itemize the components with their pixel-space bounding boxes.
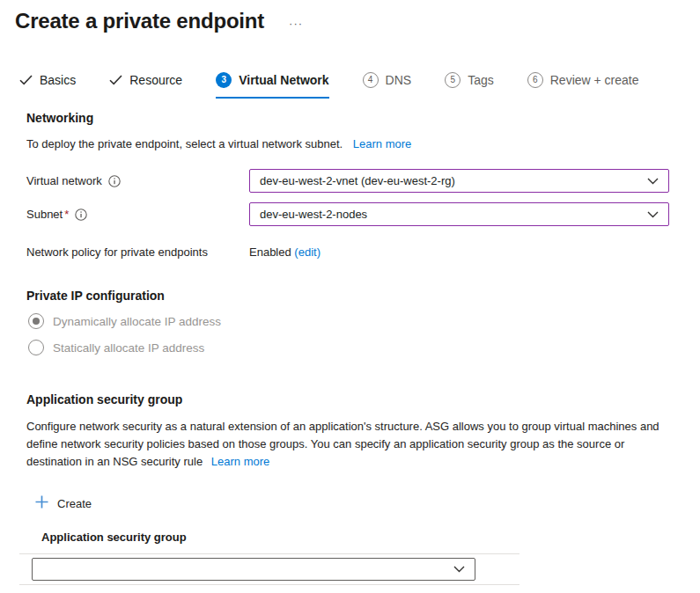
- tab-label: Tags: [468, 73, 494, 87]
- subnet-dropdown[interactable]: dev-eu-west-2-nodes: [249, 202, 669, 226]
- policy-edit-link[interactable]: (edit): [294, 245, 321, 259]
- radio-dot: [33, 318, 40, 325]
- required-asterisk: *: [64, 208, 69, 221]
- networking-description-text: To deploy the private endpoint, select a…: [26, 137, 343, 150]
- asg-column-header: Application security group: [41, 531, 519, 553]
- private-ip-heading: Private IP configuration: [26, 289, 700, 303]
- page-header: Create a private endpoint ···: [0, 0, 700, 33]
- radio-label: Dynamically allocate IP address: [53, 315, 221, 328]
- asg-description-text: Configure network security as a natural …: [26, 420, 659, 468]
- tab-label: Resource: [129, 73, 182, 87]
- radio-option-static[interactable]: Statically allocate IP address: [28, 340, 700, 355]
- tab-resource[interactable]: Resource: [109, 73, 182, 98]
- virtual-network-row: Virtual network dev-eu-west-2-vnet (dev-…: [26, 169, 700, 193]
- network-policy-row: Network policy for private endpoints Ena…: [26, 245, 700, 259]
- network-policy-value: Enabled (edit): [249, 245, 321, 259]
- tab-review-create[interactable]: 6 Review + create: [527, 72, 639, 99]
- more-options-icon[interactable]: ···: [289, 18, 303, 29]
- page-title: Create a private endpoint: [15, 9, 264, 33]
- networking-heading: Networking: [26, 111, 700, 125]
- step-number-badge: 5: [445, 72, 461, 88]
- create-button-label: Create: [57, 497, 92, 510]
- step-number-badge: 6: [527, 72, 543, 88]
- asg-table: Application security group: [19, 531, 519, 585]
- policy-status-text: Enabled: [249, 245, 291, 259]
- asg-heading: Application security group: [26, 392, 700, 406]
- step-number-badge: 3: [216, 72, 232, 88]
- subnet-label: Subnet*: [26, 208, 249, 221]
- virtual-network-dropdown[interactable]: dev-eu-west-2-vnet (dev-eu-west-2-rg): [249, 169, 669, 193]
- asg-description: Configure network security as a natural …: [26, 418, 680, 471]
- networking-learn-more-link[interactable]: Learn more: [353, 137, 411, 150]
- create-asg-button[interactable]: Create: [35, 495, 700, 511]
- tab-dns[interactable]: 4 DNS: [363, 72, 412, 99]
- tab-content: Networking To deploy the private endpoin…: [26, 111, 700, 471]
- chevron-down-icon: [647, 178, 659, 185]
- virtual-network-label: Virtual network: [26, 174, 249, 187]
- dropdown-selected-value: dev-eu-west-2-nodes: [260, 208, 367, 221]
- networking-description: To deploy the private endpoint, select a…: [26, 137, 700, 150]
- info-icon[interactable]: [108, 175, 121, 187]
- create-private-endpoint-page: Create a private endpoint ··· Basics Res…: [0, 0, 700, 593]
- radio-option-dynamic[interactable]: Dynamically allocate IP address: [28, 313, 700, 329]
- radio-selected-icon[interactable]: [28, 313, 44, 329]
- chevron-down-icon: [647, 211, 659, 218]
- wizard-tabs: Basics Resource 3 Virtual Network 4 DNS …: [19, 72, 700, 99]
- dropdown-selected-value: dev-eu-west-2-vnet (dev-eu-west-2-rg): [260, 174, 455, 187]
- asg-dropdown[interactable]: [32, 558, 475, 581]
- field-label-text: Virtual network: [26, 174, 102, 187]
- network-policy-label: Network policy for private endpoints: [26, 245, 249, 259]
- tab-label: Review + create: [550, 73, 639, 87]
- tab-virtual-network[interactable]: 3 Virtual Network: [216, 72, 328, 99]
- checkmark-icon: [19, 75, 33, 85]
- table-divider: [19, 584, 519, 585]
- tab-basics[interactable]: Basics: [19, 73, 76, 98]
- checkmark-icon: [109, 75, 122, 85]
- tab-label: Virtual Network: [239, 73, 328, 87]
- table-row: [19, 554, 519, 584]
- radio-unselected-icon[interactable]: [28, 340, 44, 355]
- field-label-text: Subnet*: [26, 208, 69, 221]
- tab-label: Basics: [40, 73, 76, 87]
- tab-label: DNS: [386, 73, 412, 87]
- info-icon[interactable]: [75, 209, 87, 221]
- chevron-down-icon: [453, 566, 465, 573]
- asg-learn-more-link[interactable]: Learn more: [211, 455, 269, 468]
- subnet-row: Subnet* dev-eu-west-2-nodes: [26, 202, 700, 226]
- step-number-badge: 4: [363, 72, 379, 88]
- tab-tags[interactable]: 5 Tags: [445, 72, 494, 99]
- plus-icon: [35, 495, 48, 511]
- radio-label: Statically allocate IP address: [53, 341, 204, 355]
